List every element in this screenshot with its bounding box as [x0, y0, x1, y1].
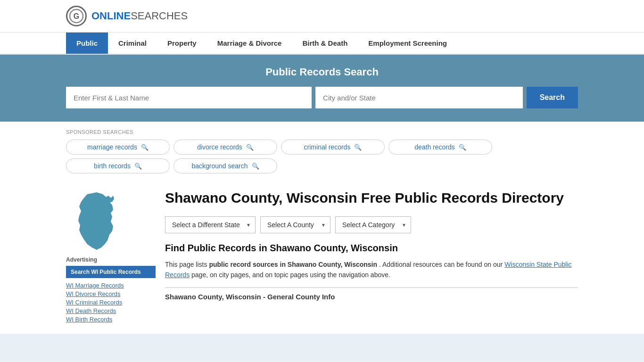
tag-label: marriage records	[87, 143, 137, 151]
sidebar-link-criminal[interactable]: WI Criminal Records	[66, 299, 156, 306]
page-content: Shawano County, Wisconsin Free Public Re…	[165, 189, 578, 324]
tag-label: birth records	[94, 162, 131, 170]
search-icon: 🔍	[354, 144, 362, 151]
nav-marriage-divorce[interactable]: Marriage & Divorce	[207, 33, 292, 54]
search-button[interactable]: Search	[527, 87, 578, 108]
name-input[interactable]	[66, 87, 312, 108]
county-dropdown[interactable]: Select A County	[260, 216, 330, 233]
page-title: Shawano County, Wisconsin Free Public Re…	[165, 189, 578, 207]
main-nav: Public Criminal Property Marriage & Divo…	[0, 33, 644, 55]
search-form: Search	[66, 87, 578, 108]
tag-criminal-records[interactable]: criminal records 🔍	[281, 140, 385, 155]
tag-background-search[interactable]: background search 🔍	[173, 158, 277, 173]
search-icon: 🔍	[141, 144, 149, 151]
advertising-label: Advertising	[66, 256, 156, 263]
state-dropdown[interactable]: Select a Different State	[165, 216, 256, 233]
tag-label: criminal records	[304, 143, 351, 151]
search-icon: 🔍	[134, 163, 142, 170]
search-banner: Public Records Search Search	[0, 55, 644, 122]
sponsored-label: SPONSORED SEARCHES	[66, 129, 578, 135]
page-description: This page lists public record sources in…	[165, 259, 578, 280]
site-logo: ONLINESEARCHES	[91, 10, 188, 22]
nav-criminal[interactable]: Criminal	[108, 33, 157, 54]
sidebar-link-birth[interactable]: WI Birth Records	[66, 316, 156, 323]
state-map	[66, 189, 127, 250]
sidebar-links: WI Marriage Records WI Divorce Records W…	[66, 282, 156, 323]
tag-divorce-records[interactable]: divorce records 🔍	[173, 140, 277, 155]
county-dropdown-wrapper: Select A County	[260, 216, 330, 233]
nav-employment-screening[interactable]: Employment Screening	[358, 33, 457, 54]
tag-label: background search	[191, 162, 248, 170]
svg-text:G: G	[74, 12, 79, 20]
tag-death-records[interactable]: death records 🔍	[388, 140, 492, 155]
dropdown-row: Select a Different State Select A County…	[165, 216, 578, 233]
sponsored-section: SPONSORED SEARCHES marriage records 🔍 di…	[0, 122, 644, 179]
location-input[interactable]	[315, 87, 523, 108]
sidebar-link-death[interactable]: WI Death Records	[66, 307, 156, 314]
county-info-header: Shawano County, Wisconsin - General Coun…	[165, 287, 578, 301]
sidebar: Advertising Search WI Public Records WI …	[66, 189, 156, 324]
search-icon: 🔍	[459, 144, 466, 151]
nav-public[interactable]: Public	[66, 33, 108, 54]
logo-icon: G	[66, 6, 87, 26]
state-dropdown-wrapper: Select a Different State	[165, 216, 256, 233]
find-title: Find Public Records in Shawano County, W…	[165, 243, 578, 254]
search-icon: 🔍	[252, 163, 259, 170]
category-dropdown-wrapper: Select A Category	[335, 216, 411, 233]
tag-birth-records[interactable]: birth records 🔍	[66, 158, 170, 173]
category-dropdown[interactable]: Select A Category	[335, 216, 411, 233]
sidebar-ad-button[interactable]: Search WI Public Records	[66, 266, 156, 278]
search-icon: 🔍	[246, 144, 254, 151]
tag-label: death records	[414, 143, 455, 151]
tag-label: divorce records	[197, 143, 242, 151]
banner-title: Public Records Search	[66, 66, 578, 78]
tag-marriage-records[interactable]: marriage records 🔍	[66, 140, 170, 155]
sidebar-link-divorce[interactable]: WI Divorce Records	[66, 290, 156, 297]
main-content: Advertising Search WI Public Records WI …	[0, 179, 644, 334]
site-header: G ONLINESEARCHES	[0, 0, 644, 33]
sidebar-link-marriage[interactable]: WI Marriage Records	[66, 282, 156, 289]
nav-property[interactable]: Property	[157, 33, 207, 54]
nav-birth-death[interactable]: Birth & Death	[292, 33, 358, 54]
sponsored-tags: marriage records 🔍 divorce records 🔍 cri…	[66, 140, 578, 173]
